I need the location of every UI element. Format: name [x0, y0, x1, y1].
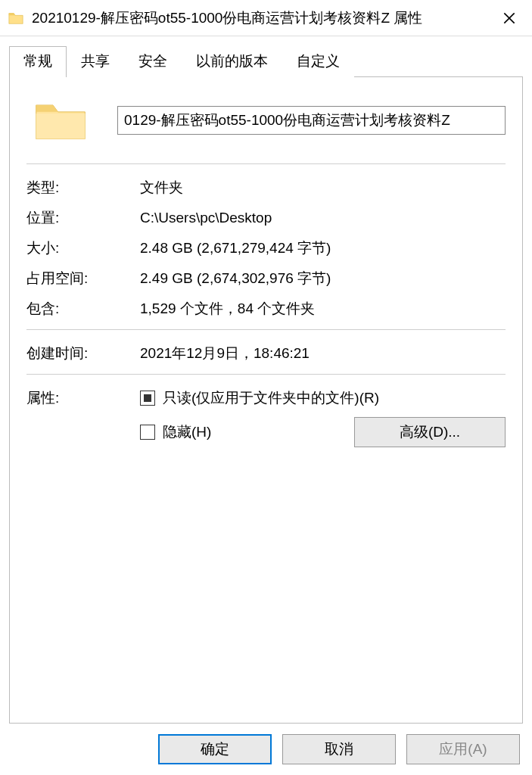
attributes-label: 属性: — [26, 388, 140, 408]
checkbox-empty-icon — [140, 425, 155, 440]
ok-button[interactable]: 确定 — [158, 734, 272, 764]
dialog-button-bar: 确定 取消 应用(A) — [9, 724, 523, 769]
separator — [26, 374, 506, 375]
tab-previous-versions[interactable]: 以前的版本 — [182, 46, 282, 77]
type-value: 文件夹 — [140, 178, 506, 198]
type-label: 类型: — [26, 178, 140, 198]
tab-sharing[interactable]: 共享 — [67, 46, 124, 77]
cancel-button[interactable]: 取消 — [282, 734, 396, 764]
folder-icon — [8, 10, 24, 26]
created-label: 创建时间: — [26, 344, 140, 363]
contains-value: 1,529 个文件，84 个文件夹 — [140, 299, 506, 319]
created-value: 2021年12月9日，18:46:21 — [140, 344, 506, 363]
titlebar: 20210129-解压密码ot55-1000份电商运营计划考核资料Z 属性 — [0, 0, 532, 36]
tab-strip: 常规 共享 安全 以前的版本 自定义 — [9, 45, 523, 77]
window-title: 20210129-解压密码ot55-1000份电商运营计划考核资料Z 属性 — [32, 8, 487, 28]
readonly-checkbox[interactable]: 只读(仅应用于文件夹中的文件)(R) — [140, 388, 506, 408]
tab-general[interactable]: 常规 — [9, 46, 67, 77]
size-value: 2.48 GB (2,671,279,424 字节) — [140, 238, 506, 258]
location-value: C:\Users\pc\Desktop — [140, 210, 506, 226]
size-label: 大小: — [26, 238, 140, 258]
advanced-button[interactable]: 高级(D)... — [354, 417, 506, 447]
hidden-checkbox-label: 隐藏(H) — [163, 422, 211, 442]
apply-button[interactable]: 应用(A) — [406, 734, 520, 764]
contains-label: 包含: — [26, 299, 140, 319]
close-button[interactable] — [487, 0, 532, 36]
checkbox-indeterminate-icon — [140, 391, 155, 406]
location-label: 位置: — [26, 208, 140, 228]
svg-rect-2 — [36, 114, 86, 139]
readonly-checkbox-label: 只读(仅应用于文件夹中的文件)(R) — [163, 388, 379, 408]
tab-panel-general: 类型: 文件夹 位置: C:\Users\pc\Desktop 大小: 2.48… — [9, 77, 523, 724]
tab-customize[interactable]: 自定义 — [282, 46, 354, 77]
folder-icon-large — [26, 94, 95, 147]
size-on-disk-label: 占用空间: — [26, 269, 140, 288]
hidden-checkbox[interactable]: 隐藏(H) — [140, 422, 211, 442]
separator — [26, 163, 506, 164]
size-on-disk-value: 2.49 GB (2,674,302,976 字节) — [140, 269, 506, 288]
tab-security[interactable]: 安全 — [124, 46, 182, 77]
separator — [26, 329, 506, 330]
folder-name-input[interactable] — [117, 106, 506, 135]
